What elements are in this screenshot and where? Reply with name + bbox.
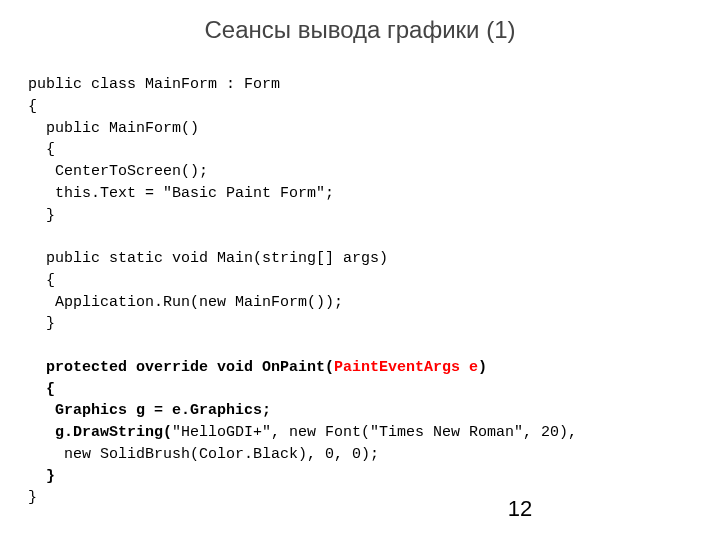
code-line-bold: protected override void OnPaint(	[28, 359, 334, 376]
code-line: this.Text = "Basic Paint Form";	[28, 185, 334, 202]
code-line-bold: g.DrawString(	[28, 424, 172, 441]
code-line: {	[28, 272, 55, 289]
code-line-bold: )	[478, 359, 487, 376]
code-line-bold: Graphics g = e.Graphics;	[28, 402, 271, 419]
code-line: CenterToScreen();	[28, 163, 208, 180]
code-line: Application.Run(new MainForm());	[28, 294, 343, 311]
code-line: {	[28, 98, 37, 115]
code-line: "HelloGDI+", new Font("Times New Roman",…	[172, 424, 577, 441]
code-line: public static void Main(string[] args)	[28, 250, 388, 267]
code-line: {	[28, 141, 55, 158]
code-line-bold: }	[28, 468, 55, 485]
code-line: }	[28, 207, 55, 224]
slide-title: Сеансы вывода графики (1)	[28, 16, 692, 44]
code-line: }	[28, 315, 55, 332]
code-highlight: PaintEventArgs e	[334, 359, 478, 376]
code-line: new SolidBrush(Color.Black), 0, 0);	[28, 446, 379, 463]
page-number: 12	[0, 496, 720, 522]
code-block: public class MainForm : Form { public Ma…	[28, 74, 692, 509]
code-line: public MainForm()	[28, 120, 199, 137]
code-line: public class MainForm : Form	[28, 76, 280, 93]
slide: Сеансы вывода графики (1) public class M…	[0, 0, 720, 540]
code-line-bold: {	[28, 381, 55, 398]
